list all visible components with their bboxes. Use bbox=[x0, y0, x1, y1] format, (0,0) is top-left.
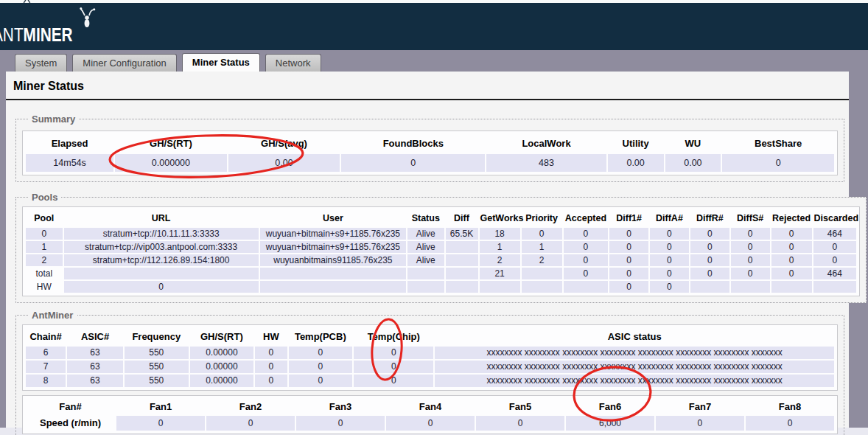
summary-header-row: Elapsed GH/S(RT) GH/S(avg) FoundBlocks L… bbox=[26, 134, 834, 153]
pool-status: Alive bbox=[407, 241, 444, 253]
tab-system[interactable]: System bbox=[15, 54, 67, 72]
cell: 0 bbox=[609, 254, 648, 266]
cell: 2 bbox=[522, 254, 562, 266]
cell: 0 bbox=[731, 254, 770, 266]
header-cell: HW bbox=[255, 328, 287, 345]
cell: 0 bbox=[771, 254, 812, 266]
cell: 63 bbox=[67, 375, 123, 387]
cell: 0 bbox=[731, 268, 770, 279]
cell: 0 bbox=[255, 361, 287, 373]
cell: 1 bbox=[26, 241, 63, 253]
header-cell: BestShare bbox=[722, 134, 834, 153]
cell: 0 bbox=[650, 268, 689, 279]
cell bbox=[813, 281, 856, 293]
pools-section: Pools Pool URL User Status Diff GetWorks… bbox=[15, 192, 867, 303]
header-cell: Accepted bbox=[564, 210, 609, 226]
header-cell: ASIC# bbox=[67, 328, 123, 345]
cell: 8 bbox=[26, 375, 66, 387]
wu-value: 0.00 bbox=[665, 154, 721, 172]
temp-chip-value: 0 bbox=[354, 375, 433, 387]
tab-miner-configuration[interactable]: Miner Configuration bbox=[72, 54, 176, 72]
header-cell: Pool bbox=[26, 210, 63, 226]
cell: 0 bbox=[690, 268, 729, 279]
pool-user: wuyuan+bitmain+s9+1185.76x235 bbox=[260, 228, 406, 240]
app-header: ANTMINER bbox=[0, 3, 868, 50]
header-cell: Temp(Chip) bbox=[354, 328, 433, 345]
header-cell: Fan7 bbox=[656, 399, 744, 414]
cell: 0 bbox=[690, 228, 729, 240]
chain-header-row: Chain# ASIC# Frequency GH/S(RT) HW Temp(… bbox=[26, 328, 834, 345]
header-cell: Fan4 bbox=[386, 399, 475, 414]
fan5-speed: 0 bbox=[476, 416, 564, 431]
cell bbox=[522, 281, 562, 293]
header-cell: Diff1# bbox=[609, 210, 648, 226]
pool-url: stratum+tcp://10.11.11.3:3333 bbox=[64, 228, 259, 240]
cell: 0 bbox=[289, 361, 353, 373]
header-cell: Diff bbox=[446, 210, 478, 226]
cell: 0 bbox=[771, 268, 812, 279]
cell: 1 bbox=[480, 241, 520, 253]
pools-table-box: Pool URL User Status Diff GetWorks Prior… bbox=[22, 206, 860, 296]
cell: 1 bbox=[522, 241, 562, 253]
cell: 63 bbox=[67, 361, 123, 373]
cell bbox=[260, 281, 406, 293]
hw-label: HW bbox=[26, 281, 63, 293]
logo-ant-text: ANT bbox=[0, 24, 24, 46]
header-cell: Temp(PCB) bbox=[289, 328, 353, 345]
cell: 0 bbox=[650, 241, 689, 253]
pool-row-1: 1 stratum+tcp://vip003.antpool.com:3333 … bbox=[26, 241, 856, 253]
cell: 0 bbox=[64, 281, 259, 293]
cell: 0 bbox=[609, 268, 648, 279]
cell: 0 bbox=[650, 228, 689, 240]
ant-icon bbox=[80, 7, 96, 30]
header-cell: GH/S(RT) bbox=[115, 134, 227, 153]
tab-miner-status[interactable]: Miner Status bbox=[182, 53, 260, 72]
pool-row-hw: HW 0 0 0 bbox=[26, 281, 856, 293]
asic-status-value: xxxxxxxx xxxxxxxx xxxxxxxx xxxxxxxx xxxx… bbox=[435, 375, 834, 387]
fan-speed-row: Speed (r/min) 0 0 0 0 0 6,000 0 0 bbox=[26, 416, 834, 431]
cell bbox=[446, 268, 478, 279]
cell: 18 bbox=[480, 228, 520, 240]
pools-header-row: Pool URL User Status Diff GetWorks Prior… bbox=[26, 210, 856, 226]
pools-legend: Pools bbox=[28, 192, 61, 203]
header-cell: Elapsed bbox=[26, 134, 113, 153]
cell: 550 bbox=[125, 361, 189, 373]
cell: 0 bbox=[289, 375, 353, 387]
total-label: total bbox=[26, 268, 63, 279]
header-cell: Fan3 bbox=[296, 399, 385, 414]
cell: 0.00000 bbox=[190, 361, 254, 373]
cell: 0 bbox=[650, 281, 689, 293]
header-cell: GetWorks bbox=[480, 210, 520, 226]
fan3-speed: 0 bbox=[296, 416, 385, 431]
cell: 550 bbox=[125, 375, 189, 387]
pool-row-2: 2 stratum+tcp://112.126.89.154:1800 wuyu… bbox=[26, 254, 856, 266]
antminer-logo: ANTMINER bbox=[0, 24, 73, 46]
summary-data-row: 14m54s 0.000000 0.00 0 483 0.00 0.00 0 bbox=[26, 154, 834, 172]
cell bbox=[731, 281, 770, 293]
asic-status-value: xxxxxxxx xxxxxxxx xxxxxxxx xxxxxxxx xxxx… bbox=[435, 347, 834, 359]
header-cell: Frequency bbox=[125, 328, 189, 345]
cell bbox=[446, 254, 478, 266]
utility-value: 0.00 bbox=[608, 154, 664, 172]
cell: 0 bbox=[731, 228, 770, 240]
header-cell: FoundBlocks bbox=[341, 134, 485, 153]
header-cell: Rejected bbox=[771, 210, 812, 226]
fan-speed-label: Speed (r/min) bbox=[26, 416, 115, 431]
chain-row-6: 6 63 550 0.00000 0 0 0 xxxxxxxx xxxxxxxx… bbox=[26, 347, 834, 359]
pool-url: stratum+tcp://112.126.89.154:1800 bbox=[64, 254, 259, 266]
localwork-value: 483 bbox=[486, 154, 606, 172]
chain-row-7: 7 63 550 0.00000 0 0 0 xxxxxxxx xxxxxxxx… bbox=[26, 361, 834, 373]
header-cell: Fan2 bbox=[206, 399, 295, 414]
cell: 0 bbox=[690, 254, 729, 266]
cell: 2 bbox=[26, 254, 63, 266]
summary-table: Elapsed GH/S(RT) GH/S(avg) FoundBlocks L… bbox=[24, 133, 836, 173]
tab-network[interactable]: Network bbox=[265, 54, 321, 72]
pool-row-0: 0 stratum+tcp://10.11.11.3:3333 wuyuan+b… bbox=[26, 228, 856, 240]
cell: 0 bbox=[813, 241, 856, 253]
cell: 464 bbox=[813, 268, 856, 279]
cell: 0 bbox=[771, 241, 812, 253]
cell: 0 bbox=[289, 347, 353, 359]
pool-row-total: total 21 0 0 0 0 0 0 464 bbox=[26, 268, 856, 279]
cell: 0 bbox=[771, 228, 812, 240]
pool-status: Alive bbox=[407, 254, 444, 266]
